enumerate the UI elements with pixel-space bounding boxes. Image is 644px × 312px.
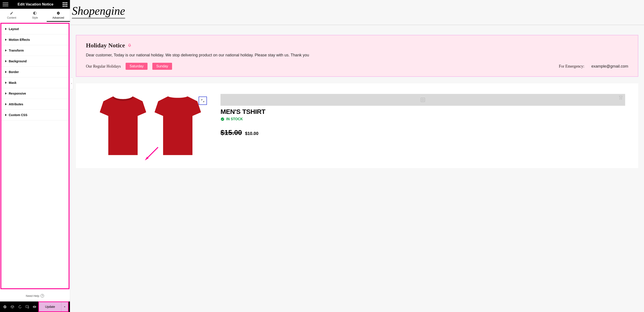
cart-icon xyxy=(618,95,623,100)
emergency-label: For Emergency: xyxy=(559,64,584,69)
product-image-front xyxy=(98,94,148,158)
widget-icon xyxy=(420,97,426,103)
product-image-back xyxy=(152,94,203,158)
new-price: $10.00 xyxy=(245,131,258,136)
section-motion-effects[interactable]: Motion Effects xyxy=(1,35,68,45)
notice-title: Holiday Notice xyxy=(86,42,125,49)
caret-right-icon xyxy=(5,71,6,73)
editor-tabs: Content Style Advanced xyxy=(0,9,70,22)
update-button[interactable]: Update xyxy=(39,302,62,311)
caret-right-icon xyxy=(5,28,6,30)
emergency-value: example@gmail.com xyxy=(592,64,628,69)
section-label: Attributes xyxy=(9,103,23,106)
collapse-sidebar-handle[interactable]: ‹ xyxy=(70,78,73,89)
caret-right-icon xyxy=(5,60,6,62)
old-price: $15.00 xyxy=(220,129,242,137)
tab-advanced[interactable]: Advanced xyxy=(47,9,70,22)
svg-point-3 xyxy=(221,118,224,121)
tab-label: Advanced xyxy=(52,16,64,19)
hamburger-icon[interactable] xyxy=(3,2,8,7)
section-label: Layout xyxy=(9,27,19,31)
section-label: Responsive xyxy=(9,92,26,95)
bell-icon xyxy=(128,44,132,47)
regular-holidays-label: Our Regular Holidays xyxy=(86,64,121,69)
section-label: Background xyxy=(9,60,27,63)
preview-canvas: ‹ Shopengine Holiday Notice Dear custome… xyxy=(70,0,644,312)
caret-right-icon xyxy=(5,92,6,95)
section-layout[interactable]: Layout xyxy=(1,24,68,35)
tab-label: Content xyxy=(7,16,16,19)
responsive-icon[interactable] xyxy=(24,303,31,311)
update-options-button[interactable] xyxy=(62,302,68,311)
section-mask[interactable]: Mask xyxy=(1,78,68,88)
navigator-icon[interactable] xyxy=(9,303,16,311)
holiday-badge: Sunday xyxy=(152,63,172,70)
widget-placeholder[interactable] xyxy=(220,94,625,106)
section-custom-css[interactable]: Custom CSS xyxy=(1,110,68,120)
help-icon: ? xyxy=(40,294,44,297)
caret-right-icon xyxy=(5,82,6,84)
vacation-notice-widget[interactable]: Holiday Notice Dear customer, Today is o… xyxy=(76,35,638,77)
apps-grid-icon[interactable] xyxy=(63,2,67,7)
notice-message: Dear customer, Today is our national hol… xyxy=(86,53,628,58)
stock-status: IN STOCK xyxy=(220,117,625,121)
caret-right-icon xyxy=(5,114,6,116)
section-responsive[interactable]: Responsive xyxy=(1,88,68,99)
tab-label: Style xyxy=(32,16,38,19)
settings-icon[interactable] xyxy=(1,303,9,311)
product-title: MEN'S TSHIRT xyxy=(220,108,625,115)
price-row: $15.00 $10.00 xyxy=(220,129,625,137)
holiday-badge: Saturday xyxy=(126,63,148,70)
section-background[interactable]: Background xyxy=(1,56,68,67)
section-label: Transform xyxy=(9,49,24,52)
tab-content[interactable]: Content xyxy=(0,9,23,22)
update-button-highlight: Update xyxy=(38,301,68,312)
preview-icon[interactable] xyxy=(31,303,38,311)
product-details: MEN'S TSHIRT IN STOCK $15.00 $10.00 xyxy=(220,94,625,158)
section-label: Mask xyxy=(9,81,16,85)
section-transform[interactable]: Transform xyxy=(1,45,68,56)
tab-style[interactable]: Style xyxy=(23,9,46,22)
caret-right-icon xyxy=(5,39,6,41)
section-border[interactable]: Border xyxy=(1,67,68,78)
caret-right-icon xyxy=(5,49,6,52)
gear-icon xyxy=(47,12,70,15)
sidebar-title: Edit Vacation Notice xyxy=(18,2,53,7)
section-attributes[interactable]: Attributes xyxy=(1,99,68,110)
product-images xyxy=(89,94,212,158)
editor-sidebar: Edit Vacation Notice Content Style Advan… xyxy=(0,0,70,312)
svg-rect-1 xyxy=(421,98,425,102)
sidebar-header: Edit Vacation Notice xyxy=(0,0,70,9)
contrast-icon xyxy=(23,12,46,15)
product-card: MEN'S TSHIRT IN STOCK $15.00 $10.00 xyxy=(76,83,638,168)
svg-point-2 xyxy=(422,99,424,101)
pencil-icon xyxy=(0,12,23,15)
history-icon[interactable] xyxy=(16,303,24,311)
expand-image-button[interactable] xyxy=(198,97,207,105)
advanced-sections-highlight: Layout Motion Effects Transform Backgrou… xyxy=(0,23,70,289)
stock-label: IN STOCK xyxy=(226,117,243,121)
caret-right-icon xyxy=(5,103,6,105)
section-label: Border xyxy=(9,70,19,74)
section-label: Custom CSS xyxy=(9,113,28,117)
help-label: Need Help xyxy=(26,294,39,297)
bottom-toolbar: Update xyxy=(0,301,70,312)
site-header: Shopengine xyxy=(70,0,644,25)
section-label: Motion Effects xyxy=(9,38,30,42)
check-circle-icon xyxy=(220,117,224,121)
site-brand[interactable]: Shopengine xyxy=(72,5,125,19)
need-help[interactable]: Need Help ? xyxy=(0,290,70,301)
